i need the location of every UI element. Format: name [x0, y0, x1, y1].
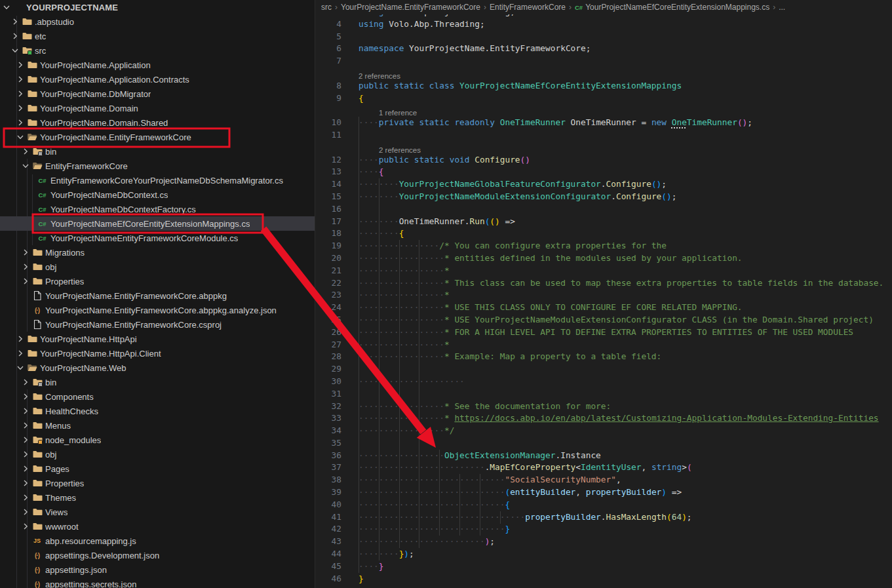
breadcrumb-item[interactable]: src: [321, 3, 332, 12]
tree-item[interactable]: src: [0, 43, 315, 58]
tree-item[interactable]: bin: [0, 375, 315, 389]
code-line[interactable]: 40 ·····························{: [315, 499, 892, 511]
tree-item[interactable]: obj: [0, 260, 315, 274]
code-line[interactable]: 17 ········OneTimeRunner.Run(() =>: [315, 216, 892, 228]
code-line[interactable]: 24 ·················* USE THIS CLASS ONL…: [315, 302, 892, 314]
code-line[interactable]: 30 ·····················: [315, 376, 892, 388]
code-line[interactable]: 32 ·················* See the documentat…: [315, 401, 892, 413]
tree-item[interactable]: YourProjectName.DbMigrator: [0, 87, 315, 101]
code-line[interactable]: 13 ····{: [315, 166, 892, 178]
code-line[interactable]: 5: [315, 31, 892, 43]
tree-item[interactable]: YourProjectName.EntityFrameworkCore.cspr…: [0, 317, 315, 332]
tree-item[interactable]: C# YourProjectNameEfCoreEntityExtensionM…: [0, 216, 315, 231]
codelens-row[interactable]: 2 references: [315, 142, 892, 154]
code-line[interactable]: 34 ·················*/: [315, 425, 892, 437]
code-line[interactable]: 16: [315, 203, 892, 216]
tree-item[interactable]: YourProjectName.HttpApi: [0, 332, 315, 346]
tree-item[interactable]: bin: [0, 144, 315, 159]
code-line[interactable]: 46 }: [315, 573, 892, 585]
code-line[interactable]: 38 ·····························"SocialS…: [315, 474, 892, 486]
tree-item[interactable]: .abpstudio: [0, 14, 315, 29]
line-number: 16: [315, 203, 341, 216]
codelens-references[interactable]: 1 reference: [379, 109, 417, 117]
code-line[interactable]: 26 ·················* FOR A HIGH LEVEL A…: [315, 326, 892, 339]
tree-item[interactable]: wwwroot: [0, 519, 315, 534]
tree-item[interactable]: obj: [0, 447, 315, 461]
code-line[interactable]: 43 ·························);: [315, 536, 892, 548]
tree-item[interactable]: Properties: [0, 274, 315, 288]
tree-item[interactable]: YOURPROJECTNAME: [0, 0, 315, 14]
code-line[interactable]: 18 ········{: [315, 227, 892, 240]
tree-item[interactable]: Views: [0, 505, 315, 519]
tree-item[interactable]: (·) YourProjectName.EntityFrameworkCore.…: [0, 303, 315, 317]
tree-item[interactable]: Menus: [0, 418, 315, 433]
tree-item[interactable]: YourProjectName.Application: [0, 58, 315, 72]
code-line[interactable]: 7: [315, 55, 892, 68]
code-line[interactable]: 36 ·················ObjectExtensionManag…: [315, 450, 892, 462]
tree-item[interactable]: C# YourProjectNameEntityFrameworkCoreMod…: [0, 231, 315, 245]
tree-item[interactable]: C# EntityFrameworkCoreYourProjectNameDbS…: [0, 173, 315, 187]
code-line[interactable]: 19 ················/* You can configure …: [315, 240, 892, 252]
codelens-row[interactable]: 2 references: [315, 68, 892, 80]
tree-item[interactable]: node_modules: [0, 433, 315, 447]
line-number: 5: [315, 31, 341, 43]
code-line[interactable]: 12 ····public static void Configure(): [315, 154, 892, 167]
tree-item[interactable]: Themes: [0, 490, 315, 505]
tree-item[interactable]: etc: [0, 29, 315, 43]
tree-item[interactable]: EntityFrameworkCore: [0, 159, 315, 173]
tree-item[interactable]: YourProjectName.Domain.Shared: [0, 115, 315, 130]
code-line[interactable]: 23 ·················*: [315, 289, 892, 302]
tree-item[interactable]: Components: [0, 389, 315, 404]
code-line[interactable]: 45 ····}: [315, 560, 892, 573]
code-line-content: ·················* USE THIS CLASS ONLY T…: [341, 302, 743, 314]
breadcrumb-item[interactable]: ...: [779, 3, 785, 12]
code-line[interactable]: 8 public static class YourProjectNameEfC…: [315, 80, 892, 92]
code-line[interactable]: 27 ·················*: [315, 339, 892, 351]
tree-item[interactable]: (·) appsettings.json: [0, 562, 315, 577]
tree-item[interactable]: YourProjectName.EntityFrameworkCore: [0, 130, 315, 144]
tree-item[interactable]: Properties: [0, 476, 315, 490]
tree-item[interactable]: YourProjectName.HttpApi.Client: [0, 346, 315, 361]
code-line[interactable]: 42 ·····························}: [315, 523, 892, 536]
code-line[interactable]: 9 {: [315, 92, 892, 105]
tree-item[interactable]: YourProjectName.EntityFrameworkCore.abpp…: [0, 288, 315, 303]
codelens-references[interactable]: 2 references: [359, 72, 400, 80]
tree-item[interactable]: C# YourProjectNameDbContext.cs: [0, 187, 315, 202]
code-line[interactable]: 44 ········});: [315, 548, 892, 560]
code-line[interactable]: 25 ·················* USE YourProjectNam…: [315, 314, 892, 326]
chevron-icon: [10, 16, 20, 27]
code-line[interactable]: 15 ········YourProjectNameModuleExtensio…: [315, 191, 892, 203]
whitespace-dots: ·················: [359, 425, 444, 435]
code-line[interactable]: 41 ·································prop…: [315, 511, 892, 524]
breadcrumb-item[interactable]: EntityFrameworkCore: [490, 3, 566, 12]
code-line[interactable]: 35: [315, 437, 892, 450]
code-line[interactable]: 28 ·················* Example: Map a pro…: [315, 351, 892, 363]
code-line[interactable]: 39 ·····························(entityB…: [315, 486, 892, 499]
tree-item[interactable]: Migrations: [0, 245, 315, 260]
tree-item[interactable]: (·) appsettings.secrets.json: [0, 577, 315, 588]
tree-item[interactable]: Pages: [0, 461, 315, 476]
tree-item[interactable]: YourProjectName.Domain: [0, 101, 315, 115]
code-line[interactable]: 22 ·················* This class can be …: [315, 277, 892, 290]
code-line[interactable]: 21 ·················*: [315, 265, 892, 277]
code-line[interactable]: 31: [315, 388, 892, 401]
code-line[interactable]: 6 namespace YourProjectName.EntityFramew…: [315, 43, 892, 55]
codelens-references[interactable]: 2 references: [379, 146, 421, 154]
code-line[interactable]: 33 ·················* https://docs.abp.i…: [315, 412, 892, 425]
code-line[interactable]: 4 using Volo.Abp.Threading;: [315, 18, 892, 31]
code-line[interactable]: 29: [315, 363, 892, 376]
tree-item[interactable]: C# YourProjectNameDbContextFactory.cs: [0, 202, 315, 216]
codelens-row[interactable]: 1 reference: [315, 104, 892, 117]
tree-item[interactable]: JS abp.resourcemapping.js: [0, 534, 315, 548]
tree-item[interactable]: (·) appsettings.Development.json: [0, 548, 315, 562]
breadcrumb-item[interactable]: C#YourProjectNameEfCoreEntityExtensionMa…: [575, 3, 769, 12]
code-line[interactable]: 11: [315, 129, 892, 142]
code-line[interactable]: 20 ·················* entities defined i…: [315, 252, 892, 265]
code-line[interactable]: 10 ····private static readonly OneTimeRu…: [315, 117, 892, 129]
code-line[interactable]: 37 ·························.MapEfCorePr…: [315, 461, 892, 474]
tree-item[interactable]: YourProjectName.Application.Contracts: [0, 72, 315, 87]
tree-item[interactable]: YourProjectName.Web: [0, 361, 315, 375]
code-line[interactable]: 14 ········YourProjectNameGlobalFeatureC…: [315, 178, 892, 191]
breadcrumb-item[interactable]: YourProjectName.EntityFrameworkCore: [341, 3, 480, 12]
tree-item[interactable]: HealthChecks: [0, 404, 315, 418]
